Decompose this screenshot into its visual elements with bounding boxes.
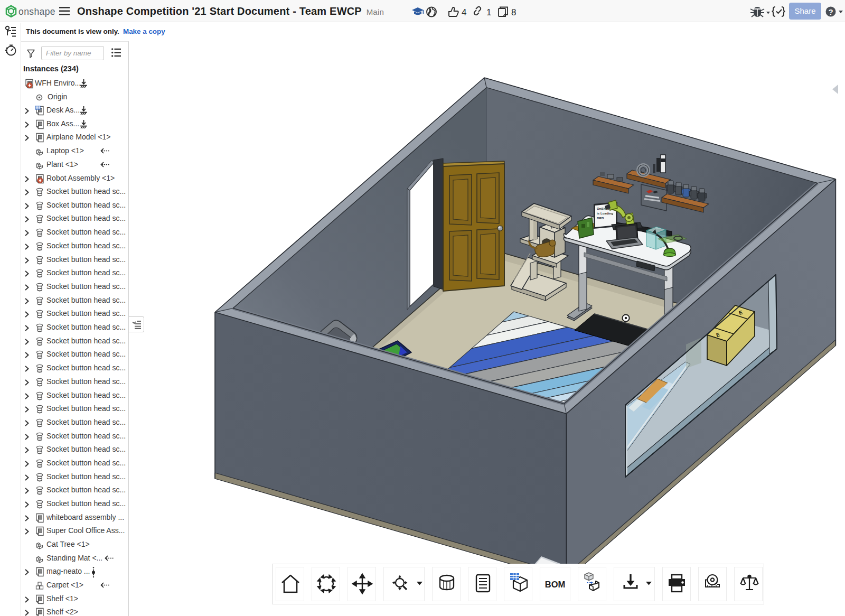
svg-text:1: 1: [486, 7, 491, 17]
svg-text:is Loading: is Loading: [597, 211, 613, 215]
svg-text:4: 4: [462, 7, 466, 17]
svg-text:BRB: BRB: [597, 216, 604, 220]
svg-text:onshape: onshape: [18, 6, 55, 17]
svg-text:?: ?: [828, 7, 833, 16]
svg-text:8: 8: [511, 7, 516, 17]
svg-text:BOM: BOM: [545, 580, 566, 589]
